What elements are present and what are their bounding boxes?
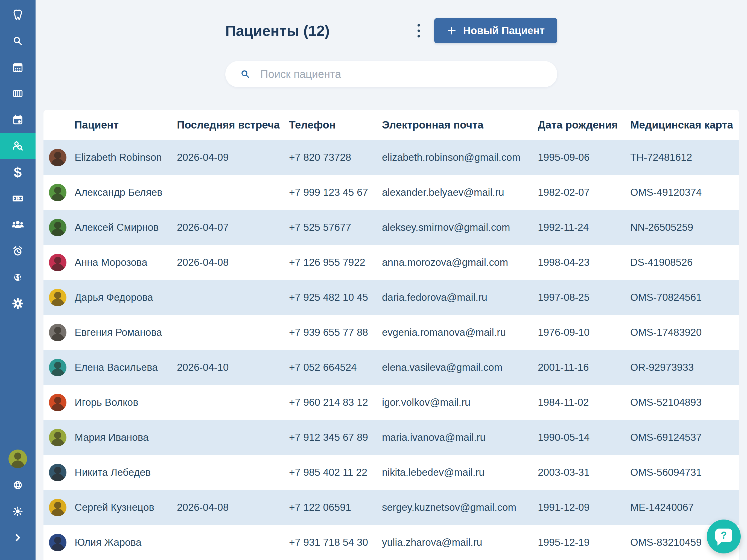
help-chat-button[interactable]: ? — [707, 519, 741, 554]
email-cell: alexander.belyaev@mail.ru — [382, 187, 538, 198]
patient-name: Никита Лебедев — [75, 467, 151, 478]
email-cell: evgenia.romanova@mail.ru — [382, 327, 538, 338]
sidebar-item-billing[interactable]: $ — [0, 159, 35, 185]
table-row[interactable]: Игорь Волков +7 960 214 83 12 igor.volko… — [44, 385, 739, 420]
page-title: Пациенты (12) — [225, 22, 330, 39]
patients-table: Пациент Последняя встреча Телефон Электр… — [44, 110, 739, 560]
med-card-cell: OMS-49120374 — [630, 187, 739, 198]
patient-name: Игорь Волков — [75, 397, 138, 408]
table-row[interactable]: Дарья Федорова +7 925 482 10 45 daria.fe… — [44, 280, 739, 315]
kebab-dot — [417, 29, 420, 32]
table-row[interactable]: Никита Лебедев +7 985 402 11 22 nikita.l… — [44, 455, 739, 490]
sidebar-item-reminders[interactable] — [0, 238, 35, 264]
svg-text:1: 1 — [17, 197, 19, 201]
column-header-med-card: Медицинская карта — [630, 119, 739, 131]
table-row[interactable]: Юлия Жарова +7 931 718 54 30 yulia.zharo… — [44, 525, 739, 560]
patient-name: Алексей Смирнов — [75, 222, 159, 233]
patient-avatar — [49, 219, 67, 236]
dollar-icon: $ — [14, 165, 22, 179]
patient-search-icon — [11, 139, 25, 153]
birth-date-cell: 1995-12-19 — [538, 537, 630, 548]
search-input[interactable] — [260, 68, 546, 80]
sidebar-item-settings[interactable] — [0, 290, 35, 316]
med-card-cell: OMS-17483920 — [630, 327, 739, 338]
patient-avatar — [49, 359, 67, 376]
patient-avatar — [49, 149, 67, 166]
birth-date-cell: 1984-11-02 — [538, 397, 630, 408]
patient-name: Анна Морозова — [75, 257, 147, 268]
table-row[interactable]: Алексей Смирнов 2026-04-07 +7 525 57677 … — [44, 210, 739, 245]
email-cell: elizabeth.robinson@gmail.com — [382, 152, 538, 163]
new-patient-label: Новый Пациент — [463, 25, 545, 36]
sidebar-item-payments[interactable]: 1 — [0, 185, 35, 212]
sun-icon — [11, 505, 24, 518]
sidebar-item-patients[interactable] — [0, 133, 35, 159]
column-header-email: Электронная почта — [382, 119, 538, 131]
phone-cell: +7 912 345 67 89 — [289, 432, 382, 443]
phone-cell: +7 960 214 83 12 — [289, 397, 382, 408]
new-patient-button[interactable]: Новый Пациент — [434, 18, 557, 43]
plus-icon — [447, 26, 457, 35]
email-cell: elena.vasileva@gmail.com — [382, 362, 538, 373]
patient-search-bar — [225, 61, 557, 87]
med-card-cell: DS-41908526 — [630, 257, 739, 268]
table-row[interactable]: Евгения Романова +7 939 655 77 88 evgeni… — [44, 315, 739, 350]
med-card-cell: OMS-52104893 — [630, 397, 739, 408]
patient-avatar — [49, 534, 67, 551]
sidebar-item-board[interactable] — [0, 80, 35, 107]
sidebar-item-schedule[interactable] — [0, 107, 35, 133]
collapse-button[interactable] — [0, 525, 35, 551]
patient-name: Elizabeth Robinson — [75, 152, 162, 163]
language-button[interactable] — [0, 472, 35, 498]
birth-date-cell: 2003-03-31 — [538, 467, 630, 478]
patient-avatar — [49, 464, 67, 481]
kebab-menu-button[interactable] — [415, 21, 423, 40]
patient-name: Дарья Федорова — [75, 292, 153, 303]
last-visit-cell: 2026-04-10 — [177, 362, 289, 373]
sidebar-item-online[interactable] — [0, 264, 35, 290]
table-row[interactable]: Анна Морозова 2026-04-08 +7 126 955 7922… — [44, 245, 739, 280]
phone-cell: +7 525 57677 — [289, 222, 382, 233]
column-header-phone: Телефон — [289, 119, 382, 131]
birth-date-cell: 1982-02-07 — [538, 187, 630, 198]
email-cell: yulia.zharova@mail.ru — [382, 537, 538, 548]
patient-name: Елена Васильева — [75, 362, 158, 373]
phone-cell: +7 052 664524 — [289, 362, 382, 373]
birth-date-cell: 2001-11-16 — [538, 362, 630, 373]
birth-date-cell: 1997-08-25 — [538, 292, 630, 303]
phone-cell: +7 985 402 11 22 — [289, 467, 382, 478]
med-card-cell: TH-72481612 — [630, 152, 739, 163]
table-row[interactable]: Мария Иванова +7 912 345 67 89 maria.iva… — [44, 420, 739, 455]
med-card-cell: NN-26505259 — [630, 222, 739, 233]
table-header-row: Пациент Последняя встреча Телефон Электр… — [44, 110, 739, 140]
email-cell: maria.ivanova@mail.ru — [382, 432, 538, 443]
phone-cell: +7 925 482 10 45 — [289, 292, 382, 303]
sidebar-item-staff[interactable] — [0, 212, 35, 238]
last-visit-cell: 2026-04-09 — [177, 152, 289, 163]
birth-date-cell: 1976-09-10 — [538, 327, 630, 338]
profile-button[interactable] — [0, 446, 35, 472]
column-header-birth-date: Дата рождения — [538, 119, 630, 131]
calendar-dots-icon — [11, 61, 24, 74]
birth-date-cell: 1995-09-06 — [538, 152, 630, 163]
birth-date-cell: 1990-05-14 — [538, 432, 630, 443]
table-row[interactable]: Сергей Кузнецов 2026-04-08 +7 122 06591 … — [44, 490, 739, 525]
kebab-dot — [417, 24, 420, 27]
column-header-patient: Пациент — [44, 119, 177, 131]
sidebar-item-calendar[interactable] — [0, 54, 35, 80]
med-card-cell: OMS-56094731 — [630, 467, 739, 478]
last-visit-cell: 2026-04-08 — [177, 257, 289, 268]
table-row[interactable]: Elizabeth Robinson 2026-04-09 +7 820 737… — [44, 140, 739, 175]
theme-button[interactable] — [0, 498, 35, 525]
med-card-cell: OMS-70824561 — [630, 292, 739, 303]
birth-date-cell: 1998-04-23 — [538, 257, 630, 268]
sidebar-item-search[interactable] — [0, 28, 35, 54]
patient-avatar — [49, 429, 67, 446]
banknote-icon: 1 — [11, 192, 25, 205]
patient-avatar — [49, 289, 67, 306]
chevron-right-icon — [11, 531, 24, 544]
main-content: Пациенты (12) Новый Пациент Пациент Посл… — [35, 0, 747, 560]
tooth-logo-icon[interactable] — [0, 2, 35, 28]
table-row[interactable]: Александр Беляев +7 999 123 45 67 alexan… — [44, 175, 739, 210]
table-row[interactable]: Елена Васильева 2026-04-10 +7 052 664524… — [44, 350, 739, 385]
